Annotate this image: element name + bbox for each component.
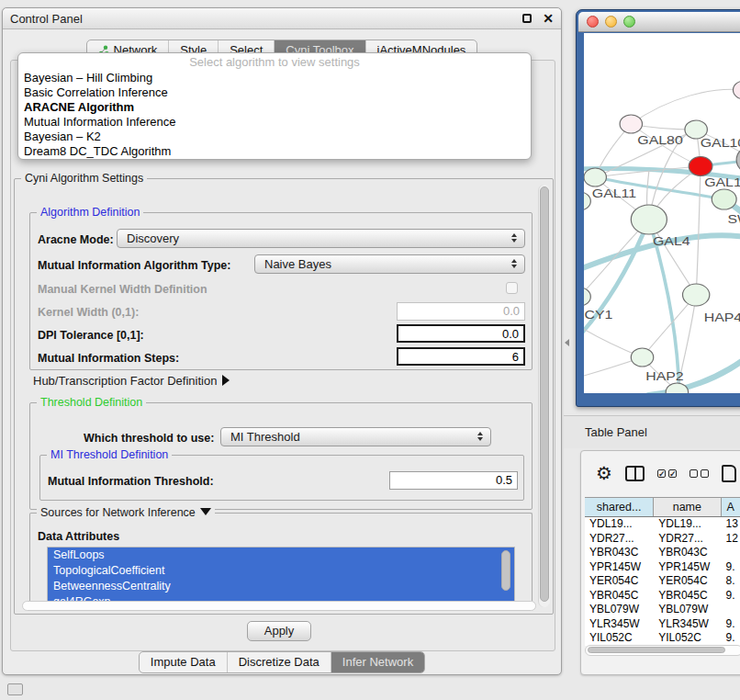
node-label: GAL1 — [704, 175, 740, 188]
table-row[interactable]: YPR145WYPR145W9. — [585, 560, 740, 575]
mi-algorithm-type-label: Mutual Information Algorithm Type: — [38, 259, 230, 272]
tab-infer-network[interactable]: Infer Network — [331, 652, 424, 672]
table-row[interactable]: YLR345WYLR345W9. — [585, 617, 740, 632]
sources-title-label: Sources for Network Inference — [40, 506, 196, 519]
table-row[interactable]: YDR27...YDR27...12 — [585, 532, 740, 547]
mi-algorithm-type-select[interactable]: Naive Bayes — [254, 254, 525, 274]
aracne-mode-select[interactable]: Discovery — [117, 229, 525, 248]
split-columns-icon[interactable] — [625, 466, 645, 481]
table-horizontal-scrollbar[interactable] — [585, 645, 740, 656]
aracne-mode-value: Discovery — [127, 231, 179, 245]
cyni-algorithm-settings-group: Cyni Algorithm Settings Algorithm Defini… — [14, 178, 554, 615]
tab-impute-data[interactable]: Impute Data — [140, 652, 228, 672]
node-gal-cut[interactable] — [733, 81, 740, 99]
algorithm-option[interactable]: Dream8 DC_TDC Algorithm — [18, 144, 531, 159]
algorithm-option[interactable]: ARACNE Algorithm — [18, 100, 531, 115]
kernel-width-field[interactable]: 0.0 — [397, 302, 525, 321]
table-row[interactable]: YBR043CYBR043C — [585, 546, 740, 560]
algorithm-definition-title: Algorithm Definition — [37, 206, 143, 219]
mi-threshold-definition-group: MI Threshold Definition Mutual Informati… — [39, 455, 524, 501]
mi-threshold-field[interactable]: 0.5 — [389, 471, 518, 490]
mi-threshold-definition-title: MI Threshold Definition — [47, 448, 172, 461]
document-icon[interactable] — [722, 465, 736, 482]
table-header-row: shared... name A — [585, 497, 740, 517]
cell-shared-name: YBR043C — [585, 546, 654, 560]
aracne-mode-label: Aracne Mode: — [38, 233, 114, 246]
algorithm-option[interactable]: Basic Correlation Inference — [18, 85, 531, 100]
node-gcy1[interactable] — [584, 288, 590, 306]
data-attributes-list[interactable]: SelfLoopsTopologicalCoefficientBetweenne… — [47, 547, 515, 607]
data-attribute-item[interactable]: SelfLoops — [48, 548, 514, 563]
tab-discretize-data[interactable]: Discretize Data — [228, 652, 331, 672]
dpi-tolerance-field[interactable]: 0.0 — [397, 324, 525, 343]
table-row[interactable]: YBL079WYBL079W — [585, 603, 740, 617]
cyni-algorithm-settings-title: Cyni Algorithm Settings — [21, 172, 147, 185]
cell-cut: 9. — [722, 589, 740, 604]
network-canvas[interactable]: GAL GAL80 GAL10 GAL1 GAL11 SWI4 GAL4 GCY… — [584, 33, 740, 393]
node-gal4[interactable] — [631, 205, 667, 234]
cell-name: YLR345W — [654, 617, 721, 632]
table-panel-title: Table Panel — [585, 425, 647, 439]
float-icon[interactable] — [522, 14, 532, 23]
table-panel-header: Table Panel — [564, 415, 740, 448]
node-gal11[interactable] — [584, 168, 606, 186]
node-bottom-cut[interactable] — [666, 383, 688, 393]
which-threshold-value: MI Threshold — [230, 430, 300, 444]
which-threshold-select[interactable]: MI Threshold — [220, 427, 491, 446]
data-attribute-item[interactable]: BetweennessCentrality — [48, 579, 514, 594]
settings-horizontal-scrollbar[interactable] — [22, 601, 536, 611]
cell-name: YBL079W — [654, 603, 721, 617]
spinner-arrows-icon — [511, 259, 518, 268]
window-close-light[interactable] — [587, 16, 599, 28]
show-panel-button[interactable] — [7, 683, 23, 695]
cell-cut: 8. — [722, 574, 740, 589]
algorithm-option[interactable]: Bayesian – K2 — [18, 130, 531, 144]
column-header-cut[interactable]: A — [722, 498, 740, 516]
check-all-icon[interactable]: ✓✓ — [657, 469, 677, 478]
cell-name: YBR045C — [654, 589, 721, 604]
node-label: GAL80 — [637, 133, 682, 146]
hub-definition-toggle[interactable]: Hub/Transcription Factor Definition — [33, 374, 230, 388]
algorithm-definition-group: Algorithm Definition Aracne Mode: Discov… — [29, 212, 533, 370]
sources-title[interactable]: Sources for Network Inference — [37, 506, 215, 519]
table-row[interactable]: YER054CYER054C8. — [585, 574, 740, 589]
uncheck-all-icon[interactable] — [690, 469, 709, 478]
table-row[interactable]: YBR045CYBR045C9. — [585, 589, 740, 604]
table-row[interactable]: YDL19...YDL19...13 — [585, 517, 740, 532]
node-gal1[interactable] — [689, 157, 712, 176]
algorithm-option[interactable]: Mutual Information Inference — [18, 115, 531, 130]
table-toolbar: ⚙ ✓✓ — [581, 457, 740, 490]
cell-shared-name: YIL052C — [585, 631, 654, 646]
node-swi4[interactable] — [712, 189, 736, 209]
settings-vertical-scrollbar[interactable] — [538, 185, 550, 607]
manual-kernel-width-checkbox[interactable] — [506, 282, 518, 294]
node-hap2[interactable] — [631, 348, 653, 367]
column-header-name[interactable]: name — [654, 498, 721, 516]
data-attribute-item[interactable]: TopologicalCoefficient — [48, 563, 514, 579]
algorithm-dropdown-list: Select algorithm to view settings Bayesi… — [17, 52, 532, 160]
cell-cut — [722, 546, 740, 560]
mi-steps-field[interactable]: 6 — [397, 347, 525, 366]
column-header-shared-name[interactable]: shared... — [585, 498, 654, 516]
cell-cut: 9. — [722, 617, 740, 632]
cell-cut — [722, 603, 740, 617]
node-label: GAL11 — [592, 186, 636, 199]
panel-divider-collapse-icon[interactable] — [565, 339, 569, 346]
apply-button[interactable]: Apply — [247, 621, 311, 641]
attributes-list-scrollbar[interactable] — [500, 550, 512, 605]
manual-kernel-width-label: Manual Kernel Width Definition — [38, 283, 207, 296]
node-edge-left[interactable] — [584, 192, 590, 210]
gear-icon[interactable]: ⚙ — [596, 464, 612, 482]
node-label: HAP2 — [645, 369, 683, 382]
window-zoom-light[interactable] — [623, 16, 635, 28]
mi-algorithm-type-value: Naive Bayes — [264, 257, 331, 271]
node-hap4[interactable] — [683, 284, 710, 306]
close-icon[interactable]: ✕ — [543, 14, 554, 23]
control-panel-title: Control Panel — [10, 12, 83, 26]
mi-threshold-label: Mutual Information Threshold: — [48, 475, 214, 488]
spinner-arrows-icon — [477, 432, 484, 441]
algorithm-option[interactable]: Bayesian – Hill Climbing — [18, 71, 531, 85]
node-gal80[interactable] — [620, 115, 642, 133]
table-row[interactable]: YIL052CYIL052C9. — [585, 631, 740, 646]
window-minimize-light[interactable] — [605, 16, 617, 28]
